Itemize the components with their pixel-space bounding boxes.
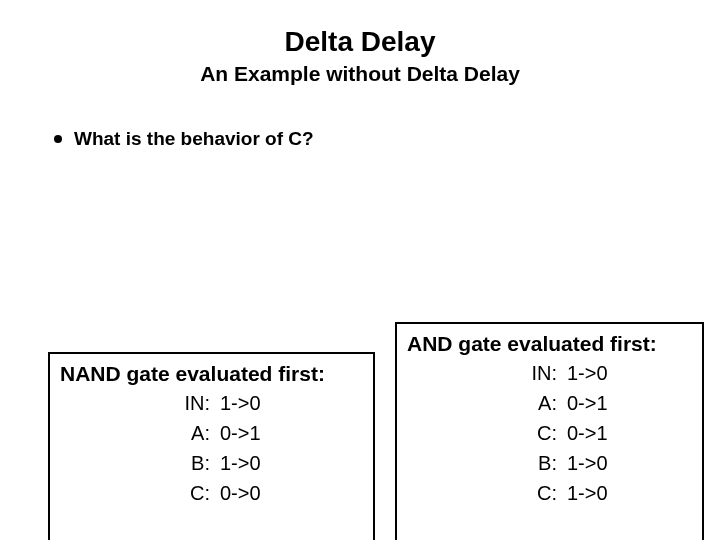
row-val: 1->0 <box>216 448 261 478</box>
table-row: B:1->0 <box>60 448 363 478</box>
table-row: IN:1->0 <box>407 358 692 388</box>
row-val: 1->0 <box>563 358 608 388</box>
row-key: C: <box>407 478 563 508</box>
row-val: 1->0 <box>563 448 608 478</box>
row-val: 1->0 <box>563 478 608 508</box>
row-key: A: <box>407 388 563 418</box>
row-key: IN: <box>407 358 563 388</box>
slide-subtitle: An Example without Delta Delay <box>0 62 720 86</box>
row-key: IN: <box>60 388 216 418</box>
row-val: 1->0 <box>216 388 261 418</box>
bullet-item: What is the behavior of C? <box>54 128 314 150</box>
row-val: 0->1 <box>563 388 608 418</box>
table-row: C:1->0 <box>407 478 692 508</box>
bullet-dot-icon <box>54 135 62 143</box>
and-box: AND gate evaluated first: IN:1->0 A:0->1… <box>395 322 704 540</box>
table-row: C:0->0 <box>60 478 363 508</box>
table-row: IN:1->0 <box>60 388 363 418</box>
row-key: B: <box>60 448 216 478</box>
row-val: 0->1 <box>563 418 608 448</box>
row-val: 0->0 <box>216 478 261 508</box>
table-row: B:1->0 <box>407 448 692 478</box>
row-val: 0->1 <box>216 418 261 448</box>
nand-box-title: NAND gate evaluated first: <box>60 360 363 388</box>
row-key: C: <box>407 418 563 448</box>
table-row: A:0->1 <box>60 418 363 448</box>
and-box-title: AND gate evaluated first: <box>407 330 692 358</box>
nand-box: NAND gate evaluated first: IN:1->0 A:0->… <box>48 352 375 540</box>
bullet-text: What is the behavior of C? <box>74 128 314 150</box>
row-key: A: <box>60 418 216 448</box>
table-row: A:0->1 <box>407 388 692 418</box>
table-row: C:0->1 <box>407 418 692 448</box>
row-key: B: <box>407 448 563 478</box>
row-key: C: <box>60 478 216 508</box>
slide-title: Delta Delay <box>0 26 720 58</box>
